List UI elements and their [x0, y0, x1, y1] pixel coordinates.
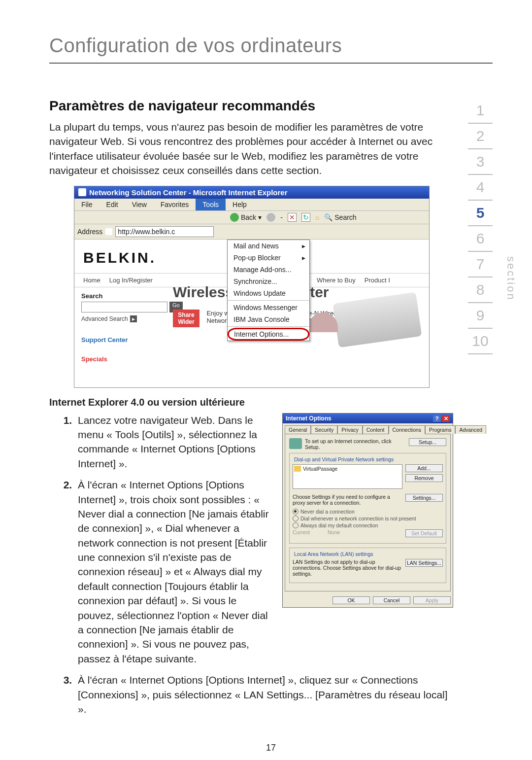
index-2[interactable]: 2	[468, 124, 493, 149]
nav-login[interactable]: Log In/Register	[109, 276, 153, 284]
tab-privacy[interactable]: Privacy	[337, 425, 362, 434]
apply-button: Apply	[413, 596, 451, 604]
back-icon	[230, 213, 239, 222]
globe-icon	[289, 438, 302, 449]
support-center-link[interactable]: Support Center	[81, 336, 170, 344]
set-default-button: Set Default	[405, 529, 443, 537]
internet-options-dialog: Internet Options ? ✕ General Security Pr…	[282, 413, 453, 608]
index-3[interactable]: 3	[468, 149, 493, 175]
radio-never-dial[interactable]: Never dial a connection	[293, 509, 443, 515]
menu-view[interactable]: View	[125, 199, 154, 210]
ie-app-icon	[78, 188, 86, 196]
index-5[interactable]: 5	[468, 201, 493, 226]
step-2: À l'écran « Internet Options [Options In…	[75, 478, 272, 666]
dialog-title: Internet Options	[286, 415, 332, 422]
belkin-search-input[interactable]	[81, 302, 167, 312]
vpn-item[interactable]: VirtualPassage	[294, 466, 401, 472]
page-number: 17	[49, 743, 493, 753]
index-7[interactable]: 7	[468, 252, 493, 277]
index-9[interactable]: 9	[468, 303, 493, 329]
ie-menubar: File Edit View Favorites Tools Help	[74, 199, 429, 211]
setup-button[interactable]: Setup...	[409, 438, 446, 446]
belkin-logo: BELKIN.	[74, 240, 156, 273]
menu-messenger[interactable]: Windows Messenger	[228, 302, 309, 313]
lan-fieldset-label: Local Area Network (LAN) settings	[293, 551, 374, 557]
refresh-icon[interactable]: ↻	[301, 213, 310, 222]
close-icon[interactable]: ✕	[442, 415, 450, 422]
tab-security[interactable]: Security	[311, 425, 337, 434]
menu-edit[interactable]: Edit	[100, 199, 125, 210]
tab-general[interactable]: General	[285, 425, 311, 434]
sub-heading: Internet Explorer 4.0 ou version ultérie…	[49, 397, 453, 408]
search-label: Search	[81, 292, 170, 300]
menu-update[interactable]: Windows Update	[228, 287, 309, 299]
nav-product[interactable]: Product I	[365, 276, 390, 284]
home-icon[interactable]: ⌂	[315, 213, 319, 221]
address-field[interactable]: http://www.belkin.c	[115, 226, 214, 237]
lan-settings-button[interactable]: LAN Settings...	[405, 559, 443, 567]
menu-java[interactable]: IBM Java Console	[228, 313, 309, 325]
menu-mail[interactable]: Mail and News	[228, 240, 309, 252]
index-8[interactable]: 8	[468, 277, 493, 303]
dialog-tabs: General Security Privacy Content Connect…	[283, 423, 453, 434]
index-6[interactable]: 6	[468, 226, 493, 252]
ie-toolbar: Back ▾ - ✕ ↻ ⌂ 🔍Search	[74, 211, 429, 224]
add-button[interactable]: Add...	[405, 464, 443, 472]
ie-address-bar: Address http://www.belkin.c	[74, 224, 429, 240]
forward-icon[interactable]	[266, 213, 275, 222]
menu-file[interactable]: File	[74, 199, 100, 210]
current-value: None	[328, 529, 340, 535]
stop-icon[interactable]: ✕	[288, 213, 297, 222]
menu-sync[interactable]: Synchronize...	[228, 276, 309, 287]
tab-connections[interactable]: Connections	[389, 425, 425, 434]
ie-screenshot: Networking Solution Center - Microsoft I…	[74, 186, 430, 388]
lan-text: LAN Settings do not apply to dial-up con…	[293, 559, 402, 577]
menu-popup[interactable]: Pop-up Blocker	[228, 252, 309, 264]
radio-icon	[293, 522, 299, 528]
section-index: 1 2 3 4 5 6 7 8 9 10	[468, 98, 493, 723]
current-label: Current	[293, 529, 310, 535]
ok-button[interactable]: OK	[332, 596, 370, 604]
menu-internet-options[interactable]: Internet Options...	[228, 328, 309, 341]
index-10[interactable]: 10	[468, 329, 493, 354]
search-icon: 🔍	[324, 213, 332, 221]
section-heading: Paramètres de navigateur recommandés	[49, 98, 453, 114]
settings-button[interactable]: Settings...	[405, 494, 443, 502]
tab-programs[interactable]: Programs	[425, 425, 456, 434]
radio-dial-when-absent[interactable]: Dial whenever a network connection is no…	[293, 516, 443, 521]
ie-page-body: Mail and News Pop-up Blocker Manage Add-…	[74, 240, 429, 387]
tab-content[interactable]: Content	[363, 425, 389, 434]
cancel-button[interactable]: Cancel	[373, 596, 410, 604]
remove-button[interactable]: Remove	[405, 474, 443, 482]
step-3: À l'écran « Internet Options [Options In…	[75, 673, 453, 716]
specials-link[interactable]: Specials	[81, 355, 170, 363]
share-badge: Share Wider	[173, 310, 200, 327]
search-button[interactable]: 🔍Search	[324, 213, 356, 221]
steps-list-cont: À l'écran « Internet Options [Options In…	[49, 673, 453, 716]
radio-icon	[293, 509, 299, 515]
menu-addons[interactable]: Manage Add-ons...	[228, 264, 309, 276]
dialup-fieldset-label: Dial-up and Virtual Private Network sett…	[293, 456, 395, 462]
index-1[interactable]: 1	[468, 98, 493, 124]
menu-favorites[interactable]: Favorites	[154, 199, 196, 210]
document-page: Configuration de vos ordinateurs Paramèt…	[0, 0, 532, 760]
menu-help[interactable]: Help	[226, 199, 254, 210]
index-4[interactable]: 4	[468, 175, 493, 201]
main-content: Paramètres de navigateur recommandés La …	[49, 98, 453, 723]
intro-paragraph: La plupart du temps, vous n'aurez pas be…	[49, 120, 453, 178]
menu-tools[interactable]: Tools	[196, 199, 226, 210]
steps-list: Lancez votre navigateur Web. Dans le men…	[49, 413, 272, 666]
radio-icon	[293, 516, 299, 521]
settings-text: Choose Settings if you need to configure…	[293, 494, 402, 506]
tab-advanced[interactable]: Advanced	[455, 425, 486, 434]
section-label: section	[504, 256, 517, 301]
setup-text: To set up an Internet connection, click …	[305, 438, 406, 450]
nav-where[interactable]: Where to Buy	[317, 276, 356, 284]
back-button[interactable]: Back ▾	[230, 213, 262, 222]
ie-titlebar: Networking Solution Center - Microsoft I…	[74, 186, 429, 199]
advanced-search[interactable]: Advanced Search▸	[81, 315, 170, 322]
connections-listbox[interactable]: VirtualPassage	[293, 464, 402, 489]
nav-home[interactable]: Home	[83, 276, 100, 284]
help-icon[interactable]: ?	[433, 415, 441, 422]
radio-always-dial[interactable]: Always dial my default connection	[293, 522, 443, 528]
